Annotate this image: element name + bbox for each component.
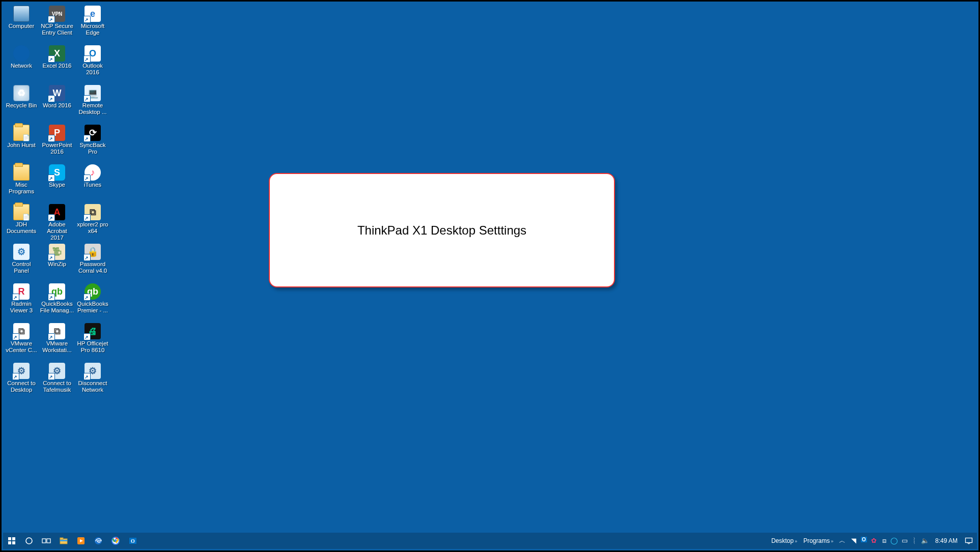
volume-tray-icon[interactable]: 🔈 — [920, 537, 930, 544]
chevron-up-icon: ︿ — [839, 536, 846, 545]
desktop-icon-label: Radmin Viewer 3 — [4, 301, 39, 314]
svg-text:O: O — [131, 538, 135, 544]
desktop-icon-hp-printer[interactable]: 🖨HP Officejet Pro 8610 — [75, 322, 110, 362]
windows-logo-icon — [8, 537, 16, 545]
misc-folder-icon — [13, 164, 30, 181]
jdh-folder-icon — [13, 204, 30, 220]
start-button[interactable] — [3, 533, 20, 549]
desktop-icon-itunes[interactable]: ♪iTunes — [75, 163, 110, 203]
network-tray-icon[interactable]: ▭ — [900, 537, 910, 544]
chrome-button[interactable] — [107, 533, 124, 549]
recycle-bin-icon: ♻ — [13, 85, 30, 101]
svg-rect-1 — [12, 537, 15, 540]
desktop-icon-vmware-vcenter[interactable]: ⧉VMware vCenter C... — [4, 322, 39, 362]
desktop-icon-label: Skype — [49, 182, 65, 188]
vmware-vcenter-icon: ⧉ — [13, 323, 30, 339]
winzip-icon: 🗜 — [49, 244, 65, 260]
desktop-icon-label: Recycle Bin — [6, 102, 37, 109]
desktop-icon-edge[interactable]: eMicrosoft Edge — [75, 5, 110, 44]
desktop-icon-outlook[interactable]: OOutlook 2016 — [75, 44, 110, 84]
tray-overflow-button[interactable]: ︿ — [837, 533, 848, 549]
desktop-icon-acrobat[interactable]: AAdobe Acrobat 2017 — [39, 203, 75, 243]
chevron-right-icon: » — [831, 539, 833, 544]
radmin-icon: R — [13, 283, 30, 300]
desktop-toolbar[interactable]: Desktop» — [768, 537, 800, 544]
taskbar: O Desktop»Programs» ︿ ◥O✿⧈◯▭⦚🔈 8:49 AM — [3, 533, 977, 549]
desktop-icon-label: Excel 2016 — [43, 63, 72, 69]
desktop-icon-label: Adobe Acrobat 2017 — [40, 221, 74, 241]
desktop-icon-user-folder[interactable]: John Hurst — [4, 124, 39, 163]
desktop-icon-skype[interactable]: SSkype — [39, 163, 75, 203]
annotation-callout: ThinkPad X1 Desktop Setttings — [269, 173, 615, 287]
desktop-icon-label: Connect to Tafelmusik — [40, 380, 74, 393]
desktop-icon-misc-folder[interactable]: Misc Programs — [4, 163, 39, 203]
user-folder-icon — [13, 125, 30, 141]
edge-icon-glyph: e — [90, 9, 95, 19]
xplorer2-icon: ⧉ — [85, 204, 101, 220]
file-explorer-button[interactable] — [55, 533, 72, 549]
programs-toolbar[interactable]: Programs» — [800, 537, 836, 544]
dropbox-tray-icon[interactable]: ⧈ — [879, 537, 889, 545]
task-view-button[interactable] — [38, 533, 55, 549]
edge-icon: e — [85, 6, 101, 22]
cortana-button[interactable] — [20, 533, 38, 549]
syncback-icon: ⟳ — [85, 125, 101, 141]
desktop-icon-word[interactable]: WWord 2016 — [39, 84, 75, 124]
desktop-icon-powerpoint[interactable]: PPowerPoint 2016 — [39, 124, 75, 163]
quickbooks-premier-icon: qb — [85, 283, 101, 300]
desktop-icon-vmware-workstation[interactable]: ⧉VMware Workstati... — [39, 322, 75, 362]
desktop-icon-label: HP Officejet Pro 8610 — [75, 340, 110, 354]
action-center-button[interactable] — [963, 533, 975, 549]
remote-desktop-icon-glyph: 💻 — [87, 88, 98, 99]
desktop-icon-label: Remote Desktop ... — [75, 102, 110, 115]
desktop-icon-label: VMware vCenter C... — [4, 340, 39, 354]
desktop-icon-winzip[interactable]: 🗜WinZip — [39, 243, 75, 282]
edge-icon — [94, 537, 102, 545]
desktop-icon-network[interactable]: Network — [4, 44, 39, 84]
vmware-vcenter-icon-glyph: ⧉ — [18, 326, 25, 337]
edge-button[interactable] — [90, 533, 107, 549]
taskbar-clock[interactable]: 8:49 AM — [931, 537, 962, 544]
desktop-icon-disconnect-network[interactable]: ⚙Disconnect Network — [75, 362, 110, 401]
annotation-text: ThinkPad X1 Desktop Setttings — [357, 223, 526, 238]
toolbar-label: Desktop — [771, 537, 794, 544]
outlook-button[interactable]: O — [124, 533, 142, 549]
desktop-icon-excel[interactable]: XExcel 2016 — [39, 44, 75, 84]
desktop-icon-connect-tafelmusik[interactable]: ⚙Connect to Tafelmusik — [39, 362, 75, 401]
media-player-button[interactable] — [72, 533, 90, 549]
desktop-icon-radmin[interactable]: RRadmin Viewer 3 — [4, 282, 39, 322]
connect-tafelmusik-icon-glyph: ⚙ — [53, 365, 61, 376]
acrobat-icon-glyph: A — [54, 207, 61, 218]
desktop-icon-xplorer2[interactable]: ⧉xplorer2 pro x64 — [75, 203, 110, 243]
steam-tray-icon[interactable]: ◥ — [849, 537, 859, 544]
desktop-icon-quickbooks-fm[interactable]: qbQuickBooks File Manag... — [39, 282, 75, 322]
network-icon — [13, 45, 30, 62]
snagit-tray-icon[interactable]: ✿ — [869, 537, 879, 544]
desktop-icon-connect-desktop[interactable]: ⚙Connect to Desktop — [4, 362, 39, 401]
desktop-icon-vpn[interactable]: VPNNCP Secure Entry Client — [39, 5, 75, 44]
desktop-icon-syncback[interactable]: ⟳SyncBack Pro — [75, 124, 110, 163]
wifi-tray-icon[interactable]: ⦚ — [910, 537, 920, 544]
desktop-icon-label: WinZip — [48, 261, 66, 268]
desktop-icon-label: Control Panel — [4, 261, 39, 274]
outlook-tray-icon[interactable]: O — [859, 537, 869, 542]
taskbar-left: O — [3, 533, 142, 549]
svg-rect-18 — [966, 538, 972, 543]
desktop-icon-jdh-folder[interactable]: JDH Documents — [4, 203, 39, 243]
focused-tray-icon[interactable]: ◯ — [889, 537, 900, 544]
desktop-icon-remote-desktop[interactable]: 💻Remote Desktop ... — [75, 84, 110, 124]
excel-icon-glyph: X — [54, 48, 60, 59]
cortana-circle-icon — [25, 537, 33, 545]
steam-tray-icon-glyph: ◥ — [851, 537, 856, 544]
winzip-icon-glyph: 🗜 — [52, 247, 62, 257]
svg-rect-6 — [47, 539, 50, 543]
desktop-icon-label: Connect to Desktop — [4, 380, 39, 393]
desktop-icon-quickbooks-premier[interactable]: qbQuickBooks Premier - ... — [75, 282, 110, 322]
desktop-icon-label: QuickBooks File Manag... — [40, 301, 74, 314]
desktop-icon-computer[interactable]: Computer — [4, 5, 39, 44]
desktop-icon-recycle-bin[interactable]: ♻Recycle Bin — [4, 84, 39, 124]
desktop-icon-control-panel[interactable]: ⚙Control Panel — [4, 243, 39, 282]
excel-icon: X — [49, 45, 65, 62]
desktop-icon-password-corral[interactable]: 🔒Password Corral v4.0 — [75, 243, 110, 282]
desktop-icon-label: Microsoft Edge — [75, 23, 110, 36]
